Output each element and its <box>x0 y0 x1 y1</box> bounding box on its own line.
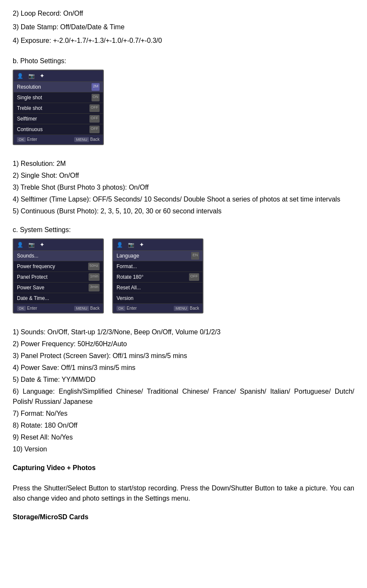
spacer-3 <box>13 218 354 225</box>
system-screen-2: 👤 📷 ✦ Language EN Format... Rotate 180° … <box>112 238 203 314</box>
menu-item-reset-all: Reset All... <box>113 283 203 293</box>
gear-icon: ✦ <box>40 72 44 80</box>
menu-item-power-save: Power Save 3min <box>14 283 103 293</box>
camera-icon-2: 📷 <box>28 241 35 249</box>
system-screen1-top-bar: 👤 📷 ✦ <box>14 239 103 251</box>
person-icon: 👤 <box>17 72 23 80</box>
camera-icon: 📷 <box>28 72 35 80</box>
spacer-2 <box>13 152 354 159</box>
system-item-9: 9) Reset All: No/Yes <box>13 432 354 442</box>
system-item-5: 5) Date & Time: YY/MM/DD <box>13 375 354 385</box>
photo-item-2: 2) Single Shot: On/Off <box>13 171 354 181</box>
capturing-heading: Capturing Video + Photos <box>13 463 354 473</box>
system-screen1-bottom-bar: OK Enter MENU Back <box>14 304 103 313</box>
menu-item-format: Format... <box>113 261 203 272</box>
capturing-text: Press the Shutter/Select Button to start… <box>13 483 354 504</box>
system-settings-image-row: 👤 📷 ✦ Sounds... Power frequency 50Hz Pan… <box>13 238 354 314</box>
person-icon-3: 👤 <box>117 241 123 249</box>
menu-item-power-freq: Power frequency 50Hz <box>14 261 103 272</box>
photo-item-1: 1) Resolution: 2M <box>13 159 354 169</box>
screen-top-bar: 👤 📷 ✦ <box>14 70 103 82</box>
menu-item-rotate: Rotate 180° OFF <box>113 272 203 283</box>
photo-item-4: 4) Selftimer (Time Lapse): OFF/5 Seconds… <box>13 194 354 204</box>
exposure-line: 4) Exposure: +-2.0/+-1.7/+-1.3/+-1.0/+-0… <box>13 36 354 46</box>
camera-icon-3: 📷 <box>128 241 134 249</box>
system-item-8: 8) Rotate: 180 On/Off <box>13 420 354 431</box>
menu-item-language: Language EN <box>113 251 203 261</box>
storage-heading: Storage/MicroSD Cards <box>13 512 354 522</box>
photo-settings-image-row: 👤 📷 ✦ Resolution 2M Single shot ON Trebl… <box>13 70 354 145</box>
gear-icon-2: ✦ <box>40 241 44 249</box>
loop-record-line: 2) Loop Record: On/Off <box>13 8 354 19</box>
menu-item-continuous: Continuous OFF <box>14 124 103 135</box>
menu-item-resolution: Resolution 2M <box>14 82 103 92</box>
system-item-2: 2) Power Frequency: 50Hz/60Hz/Auto <box>13 339 354 349</box>
system-item-1: 1) Sounds: On/Off, Start-up 1/2/3/None, … <box>13 327 354 337</box>
system-screen-1: 👤 📷 ✦ Sounds... Power frequency 50Hz Pan… <box>13 238 104 314</box>
gear-icon-3: ✦ <box>139 241 144 249</box>
system-screen2-top-bar: 👤 📷 ✦ <box>113 239 203 251</box>
menu-item-date-time: Date & Time... <box>14 293 103 304</box>
system-item-6: 6) Language: English/Simplified Chinese/… <box>13 386 354 407</box>
menu-item-single-shot: Single shot ON <box>14 92 103 103</box>
main-content: 2) Loop Record: On/Off 3) Date Stamp: Of… <box>13 8 354 522</box>
system-item-4: 4) Power Save: Off/1 mins/3 mins/5 mins <box>13 363 354 373</box>
system-item-3: 3) Panel Protect (Screen Saver): Off/1 m… <box>13 351 354 361</box>
menu-item-treble-shot: Treble shot OFF <box>14 103 103 114</box>
menu-item-selftimer: Selftimer OFF <box>14 114 103 124</box>
system-screen2-bottom-bar: OK Enter MENU Back <box>113 304 203 313</box>
spacer-6 <box>13 476 354 483</box>
system-item-10: 10) Version <box>13 444 354 454</box>
menu-item-version: Version <box>113 293 203 304</box>
spacer-7 <box>13 505 354 512</box>
person-icon-2: 👤 <box>17 241 23 249</box>
photo-settings-screen: 👤 📷 ✦ Resolution 2M Single shot ON Trebl… <box>13 70 104 145</box>
system-item-7: 7) Format: No/Yes <box>13 409 354 419</box>
spacer-1 <box>13 49 354 56</box>
spacer-4 <box>13 320 354 327</box>
spacer-5 <box>13 456 354 463</box>
photo-item-3: 3) Treble Shot (Burst Photo 3 photos): O… <box>13 182 354 193</box>
menu-item-sounds: Sounds... <box>14 251 103 261</box>
date-stamp-line: 3) Date Stamp: Off/Date/Date & Time <box>13 22 354 32</box>
photo-settings-label: b. Photo Settings: <box>13 56 354 66</box>
photo-item-5: 5) Continuous (Burst Photo): 2, 3, 5, 10… <box>13 206 354 216</box>
menu-item-panel-protect: Panel Protect 1min <box>14 272 103 283</box>
system-settings-label: c. System Settings: <box>13 225 354 235</box>
screen-bottom-bar: OK Enter MENU Back <box>14 135 103 144</box>
